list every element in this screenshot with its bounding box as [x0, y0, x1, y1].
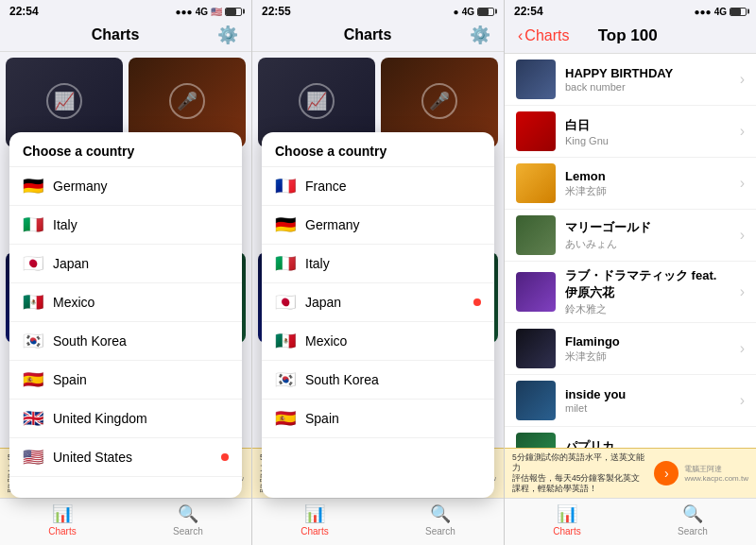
left-tab-search[interactable]: 🔍 Search [173, 503, 203, 539]
right-tab-search[interactable]: 🔍 Search [678, 503, 708, 539]
song-more-7[interactable]: › [740, 392, 745, 409]
song-more-6[interactable]: › [740, 340, 745, 357]
middle-panel: 22:55 ● 4G Charts ⚙️ 📈Top 100 🎤Pop 🎛️Ele… [252, 0, 505, 545]
song-title-3: Lemon [565, 169, 730, 183]
flag-mx: 🇲🇽 [23, 292, 43, 313]
left-nav-bar: Charts ⚙️ [0, 21, 251, 52]
charts-tab-icon: 📊 [52, 503, 73, 524]
song-item-3[interactable]: Lemon 米津玄師 › [505, 158, 756, 210]
carrier-label: 4G [196, 7, 208, 17]
song-title-4: マリーゴールド [565, 219, 730, 236]
list-item[interactable]: 🇰🇷South Korea [9, 322, 242, 361]
country-name-mx2: Mexico [305, 333, 347, 349]
list-item[interactable]: 🇫🇷France [262, 167, 494, 206]
song-info-4: マリーゴールド あいみょん [565, 219, 730, 251]
country-name-jp2: Japan [305, 295, 341, 310]
song-thumb-img-7 [516, 381, 556, 420]
list-item[interactable]: 🇺🇸United States [9, 438, 242, 477]
song-item-5[interactable]: ラブ・ドラマティック feat. 伊原六花 鈴木雅之 › [505, 262, 756, 323]
middle-country-list: 🇫🇷France 🇩🇪Germany 🇮🇹Italy 🇯🇵Japan 🇲🇽Mex… [262, 167, 494, 438]
left-status-icons: ●●● 4G 🇺🇸 [176, 7, 242, 17]
list-item[interactable]: 🇩🇪Germany [262, 206, 494, 245]
right-nav-bar: ‹ Charts Top 100 [505, 21, 756, 54]
middle-tab-charts[interactable]: 📊 Charts [301, 503, 328, 539]
song-more-4[interactable]: › [740, 227, 745, 244]
right-battery-icon [730, 8, 747, 16]
right-panel: 22:54 ●●● 4G ‹ Charts Top 100 HAPPY BIRT… [505, 0, 756, 545]
right-time: 22:54 [514, 5, 543, 18]
song-info-6: Flamingo 米津玄師 [565, 334, 730, 364]
list-item[interactable]: 🇪🇸Spain [262, 400, 494, 438]
list-item[interactable]: 🇰🇷South Korea [262, 361, 494, 400]
song-thumb-img-1 [516, 60, 556, 99]
flag-us: 🇺🇸 [23, 447, 43, 468]
song-item-6[interactable]: Flamingo 米津玄師 › [505, 323, 756, 375]
middle-signal-icon: ● [454, 7, 459, 17]
left-settings-icon[interactable]: ⚙️ [217, 25, 238, 45]
country-name-es: Spain [53, 372, 87, 387]
list-item[interactable]: 🇯🇵Japan [262, 283, 494, 322]
song-more-3[interactable]: › [740, 175, 745, 192]
middle-nav-bar: Charts ⚙️ [252, 21, 504, 52]
battery-icon [225, 8, 242, 16]
right-nav-title: Top 100 [576, 26, 679, 45]
song-thumb-img-6 [516, 329, 556, 368]
song-list: HAPPY BIRTHDAY back number › 白日 King Gnu… [505, 54, 756, 448]
middle-time: 22:55 [262, 5, 291, 18]
right-carrier-label: 4G [714, 7, 727, 17]
flag-jp2: 🇯🇵 [275, 292, 296, 313]
song-more-5[interactable]: › [740, 283, 745, 300]
song-info-5: ラブ・ドラマティック feat. 伊原六花 鈴木雅之 [565, 267, 730, 316]
song-item-4[interactable]: マリーゴールド あいみょん › [505, 210, 756, 262]
list-item[interactable]: 🇪🇸Spain [9, 361, 242, 400]
mic-icon: 🎤 [169, 83, 205, 119]
selected-dot [221, 453, 229, 461]
left-country-overlay: Choose a country 🇩🇪Germany 🇮🇹Italy 🇯🇵Jap… [9, 132, 242, 498]
country-name-it2: Italy [305, 256, 330, 271]
song-thumb-3 [516, 163, 556, 203]
list-item[interactable]: 🇩🇪Germany [9, 167, 242, 206]
list-item[interactable]: 🇲🇽Mexico [9, 283, 242, 322]
country-name-it: Italy [53, 217, 77, 232]
song-more-1[interactable]: › [740, 71, 745, 88]
song-thumb-img-4 [516, 215, 556, 255]
song-thumb-img-3 [516, 163, 556, 203]
flag-icon: 🇺🇸 [211, 7, 222, 17]
song-item-8[interactable]: パプリカ Foorin › [505, 427, 756, 448]
flag-it: 🇮🇹 [23, 214, 43, 235]
list-item[interactable]: 🇯🇵Japan [9, 245, 242, 283]
song-info-1: HAPPY BIRTHDAY back number [565, 66, 730, 93]
song-thumb-img-5 [516, 272, 556, 312]
song-title-2: 白日 [565, 117, 730, 134]
song-item-1[interactable]: HAPPY BIRTHDAY back number › [505, 54, 756, 106]
middle-settings-icon[interactable]: ⚙️ [470, 25, 490, 45]
back-button[interactable]: ‹ Charts [518, 27, 569, 44]
list-item[interactable]: 🇬🇧United Kingdom [9, 400, 242, 438]
right-ad-button[interactable]: › [654, 461, 679, 485]
list-item[interactable]: 🇮🇹Italy [262, 245, 494, 283]
middle-charts-tab-label: Charts [301, 526, 328, 536]
flag-kr: 🇰🇷 [23, 331, 43, 351]
song-artist-4: あいみょん [565, 237, 730, 251]
middle-country-overlay: Choose a country 🇫🇷France 🇩🇪Germany 🇮🇹It… [262, 132, 494, 498]
song-more-2[interactable]: › [740, 123, 745, 140]
country-name-jp: Japan [53, 256, 89, 271]
right-tab-charts[interactable]: 📊 Charts [553, 503, 580, 539]
song-item-7[interactable]: inside you milet › [505, 375, 756, 427]
right-signal-icon: ●●● [695, 7, 712, 17]
middle-tab-search[interactable]: 🔍 Search [425, 503, 455, 539]
back-label: Charts [524, 27, 569, 44]
left-nav-title: Charts [92, 26, 140, 43]
song-thumb-8 [516, 433, 556, 448]
middle-status-icons: ● 4G [454, 7, 494, 17]
left-tab-charts[interactable]: 📊 Charts [48, 503, 76, 539]
middle-tab-bar: 📊 Charts 🔍 Search [252, 498, 504, 545]
list-item[interactable]: 🇮🇹Italy [9, 206, 242, 245]
song-info-7: inside you milet [565, 387, 730, 414]
middle-overlay-title: Choose a country [262, 132, 494, 167]
song-artist-1: back number [565, 81, 730, 93]
country-name-kr2: South Korea [305, 372, 379, 387]
list-item[interactable]: 🇲🇽Mexico [262, 322, 494, 361]
song-item-2[interactable]: 白日 King Gnu › [505, 106, 756, 158]
country-name-kr: South Korea [53, 333, 127, 349]
